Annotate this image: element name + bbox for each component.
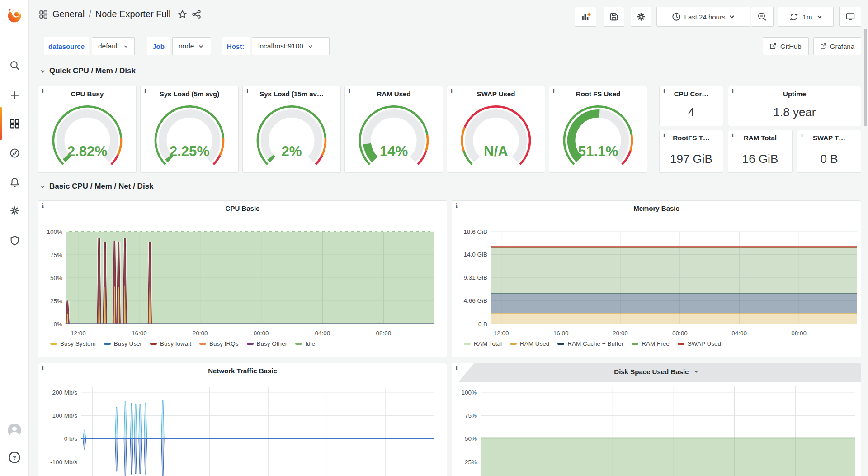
panel-info-icon[interactable]: i bbox=[732, 88, 734, 95]
panel-info-icon[interactable]: i bbox=[42, 88, 44, 95]
stat-value-ram-total: 16 GiB bbox=[728, 152, 792, 166]
legend-item[interactable]: Busy Iowait bbox=[150, 340, 191, 347]
svg-text:100%: 100% bbox=[461, 389, 477, 396]
panel-info-icon[interactable]: i bbox=[663, 88, 665, 95]
panel-network-traffic-basic: i Network Traffic Basic 200 Mb/s100 Mb/s… bbox=[38, 363, 447, 476]
panel-title-swap-used[interactable]: SWAP Used bbox=[459, 90, 533, 98]
grafana-logo[interactable] bbox=[0, 5, 29, 25]
panel-title-disk-space-used-basic[interactable]: Disk Space Used Basic bbox=[452, 368, 861, 376]
legend-swatch bbox=[632, 343, 638, 345]
help-button[interactable]: ? bbox=[0, 447, 29, 468]
sidebar-item-bell[interactable] bbox=[0, 171, 29, 192]
panel-info-icon[interactable]: i bbox=[144, 88, 146, 95]
disk-space-used-basic-chart[interactable]: 100%75%50%25% bbox=[452, 382, 861, 476]
svg-text:25%: 25% bbox=[50, 298, 62, 305]
svg-text:04:00: 04:00 bbox=[731, 330, 747, 337]
legend-item[interactable]: Busy Other bbox=[247, 340, 288, 347]
sidebar-item-gear[interactable] bbox=[0, 200, 29, 221]
svg-text:100 Mb/s: 100 Mb/s bbox=[52, 412, 77, 419]
svg-text:N/A: N/A bbox=[484, 143, 508, 159]
legend-item[interactable]: Idle bbox=[295, 340, 315, 347]
panel-info-icon[interactable]: i bbox=[663, 132, 665, 139]
legend-item[interactable]: RAM Used bbox=[510, 340, 549, 347]
panel-info-icon[interactable]: i bbox=[732, 132, 734, 139]
panel-title-uptime[interactable]: Uptime bbox=[740, 90, 849, 98]
save-icon bbox=[609, 12, 619, 22]
breadcrumb-section[interactable]: General bbox=[52, 9, 85, 19]
svg-text:2.25%: 2.25% bbox=[170, 143, 210, 159]
breadcrumb-title[interactable]: Node Exporter Full bbox=[95, 9, 171, 19]
legend-item[interactable]: Busy User bbox=[104, 340, 142, 347]
network-traffic-basic-chart[interactable]: 200 Mb/s100 Mb/s0 b/s-100 Mb/s bbox=[38, 363, 447, 476]
variable-label-host: Host: bbox=[222, 37, 250, 55]
svg-text:18.6 GiB: 18.6 GiB bbox=[463, 228, 487, 235]
panel-info-icon[interactable]: i bbox=[349, 88, 350, 95]
favorite-star-icon[interactable] bbox=[178, 10, 187, 19]
svg-text:00:00: 00:00 bbox=[672, 330, 688, 337]
dashboard-grid-icon[interactable] bbox=[39, 10, 48, 19]
root-fs-used-gauge: 51.1% bbox=[556, 103, 641, 170]
zoom-out-button[interactable] bbox=[751, 7, 774, 27]
panel-title-sys-load-5m[interactable]: Sys Load (5m avg) bbox=[152, 90, 226, 98]
panel-title-rootfs-total[interactable]: RootFS T… bbox=[671, 134, 711, 142]
panel-title-sys-load-15m[interactable]: Sys Load (15m av… bbox=[255, 90, 329, 98]
sidebar-item-shield[interactable] bbox=[0, 230, 29, 251]
refresh-interval-picker[interactable]: 1m bbox=[778, 7, 834, 27]
memory-basic-chart[interactable]: 0 B4.66 GiB9.31 GiB14.0 GiB18.6 GiB12:00… bbox=[452, 201, 861, 357]
panel-info-icon[interactable]: i bbox=[553, 88, 555, 95]
variable-value-datasource[interactable]: default bbox=[92, 37, 135, 55]
variable-value-host[interactable]: localhost:9100 bbox=[252, 37, 330, 55]
legend-item[interactable]: RAM Cache + Buffer bbox=[557, 340, 623, 347]
svg-text:100%: 100% bbox=[47, 228, 62, 235]
time-range-label: Last 24 hours bbox=[684, 13, 726, 21]
sidebar-item-plus[interactable] bbox=[0, 85, 29, 105]
legend-item[interactable]: Busy System bbox=[50, 340, 96, 347]
variable-current-datasource: default bbox=[98, 42, 119, 50]
panel-title-ram-total[interactable]: RAM Total bbox=[740, 134, 780, 142]
user-avatar[interactable] bbox=[0, 420, 29, 441]
share-icon[interactable] bbox=[192, 10, 201, 19]
svg-text:14.0 GiB: 14.0 GiB bbox=[463, 251, 487, 258]
time-range-picker[interactable]: Last 24 hours bbox=[656, 7, 750, 27]
legend-item[interactable]: SWAP Used bbox=[678, 340, 721, 347]
legend-item[interactable]: RAM Free bbox=[632, 340, 670, 347]
legend-item[interactable]: RAM Total bbox=[464, 340, 502, 347]
panel-info-icon[interactable]: i bbox=[451, 88, 453, 95]
stat-value-rootfs-total: 197 GiB bbox=[660, 152, 723, 166]
panel-info-icon[interactable]: i bbox=[801, 132, 803, 139]
stat-value-cpu-cores: 4 bbox=[660, 105, 723, 119]
sidebar-item-dashboards[interactable] bbox=[0, 113, 29, 134]
save-dashboard-button[interactable] bbox=[604, 7, 624, 27]
help-icon: ? bbox=[8, 451, 21, 464]
panel-info-icon[interactable]: i bbox=[246, 88, 248, 95]
legend-swatch bbox=[557, 343, 564, 345]
panel-title-swap-total[interactable]: SWAP T… bbox=[809, 134, 849, 142]
grafana-link-button[interactable]: Grafana bbox=[813, 37, 861, 55]
legend-item[interactable]: Busy IRQs bbox=[199, 340, 239, 347]
row-basic-cpu-mem-net-disk[interactable]: Basic CPU / Mem / Net / Disk bbox=[40, 182, 154, 191]
panel-gauge-swap-used: iSWAP UsedN/A bbox=[447, 86, 545, 173]
scrollbar-thumb[interactable] bbox=[864, 29, 867, 126]
add-panel-button[interactable] bbox=[575, 7, 596, 27]
panel-title-root-fs-used[interactable]: Root FS Used bbox=[561, 90, 635, 98]
panel-title-cpu-cores[interactable]: CPU Cor… bbox=[671, 90, 711, 98]
panel-title-cpu-busy[interactable]: CPU Busy bbox=[50, 90, 124, 98]
legend-label: Idle bbox=[305, 340, 315, 347]
row-quick-cpu-mem-disk[interactable]: Quick CPU / Mem / Disk bbox=[40, 67, 136, 76]
variable-value-job[interactable]: node bbox=[172, 37, 211, 55]
svg-text:2.82%: 2.82% bbox=[67, 143, 108, 159]
shield-icon bbox=[9, 235, 20, 246]
github-link-button[interactable]: GitHub bbox=[763, 37, 809, 55]
stat-value-uptime: 1.8 year bbox=[728, 105, 861, 119]
legend-swatch bbox=[510, 343, 517, 345]
dashboard-settings-button[interactable] bbox=[631, 7, 651, 27]
panel-gauge-cpu-busy: iCPU Busy2.82% bbox=[38, 86, 137, 173]
sidebar-item-search[interactable] bbox=[0, 55, 29, 76]
variable-current-host: localhost:9100 bbox=[258, 42, 303, 50]
cpu-basic-chart[interactable]: 0%25%50%75%100%12:0016:0020:0000:0004:00… bbox=[38, 201, 447, 357]
kiosk-mode-button[interactable] bbox=[839, 7, 861, 27]
sidebar-item-compass[interactable] bbox=[0, 143, 29, 163]
sidebar: ? bbox=[0, 0, 29, 476]
panel-title-ram-used[interactable]: RAM Used bbox=[357, 90, 431, 98]
legend-swatch bbox=[199, 343, 206, 345]
